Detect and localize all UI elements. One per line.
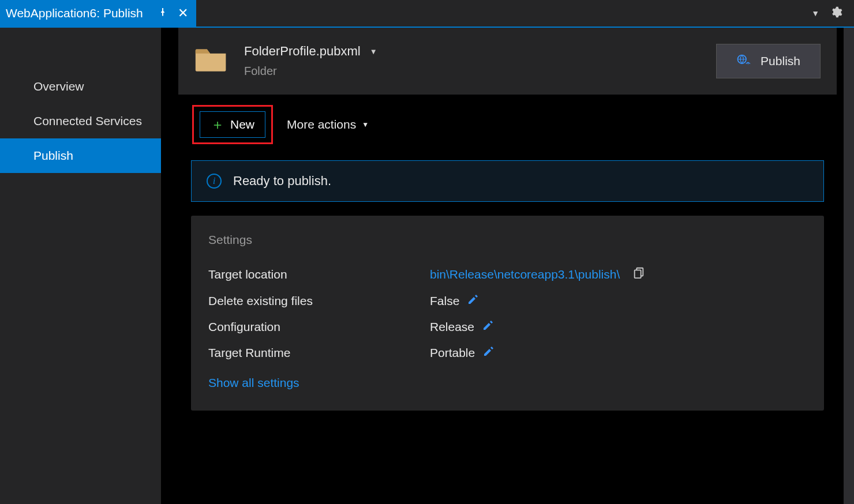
profile-block: FolderProfile.pubxml ▼ Folder — [244, 44, 700, 78]
setting-value: False — [430, 294, 479, 308]
sidebar: Overview Connected Services Publish — [0, 28, 161, 504]
new-button-label: New — [230, 118, 254, 131]
window-dropdown-icon[interactable]: ▼ — [811, 9, 819, 18]
publish-button[interactable]: Publish — [716, 44, 821, 78]
profile-dropdown[interactable]: FolderProfile.pubxml ▼ — [244, 44, 700, 59]
more-actions-label: More actions — [287, 118, 356, 131]
action-bar: ＋ New More actions ▼ — [178, 95, 837, 155]
publish-button-label: Publish — [761, 54, 800, 68]
sidebar-item-label: Publish — [33, 149, 73, 162]
tab-title: WebApplication6: Publish — [6, 6, 143, 20]
chevron-down-icon: ▼ — [362, 121, 369, 129]
setting-target-runtime: Target Runtime Portable — [208, 340, 807, 366]
pencil-icon[interactable] — [482, 319, 494, 334]
setting-value: bin\Release\netcoreapp3.1\publish\ — [430, 266, 645, 282]
setting-label: Delete existing files — [208, 294, 430, 308]
setting-value: Portable — [430, 345, 495, 360]
tab-bar: WebApplication6: Publish ✕ ▼ — [0, 0, 854, 28]
setting-label: Target Runtime — [208, 346, 430, 360]
setting-delete-existing: Delete existing files False — [208, 288, 807, 314]
setting-label: Configuration — [208, 320, 430, 334]
folder-icon — [194, 44, 228, 75]
active-tab[interactable]: WebApplication6: Publish ✕ — [0, 0, 196, 27]
main-content: FolderProfile.pubxml ▼ Folder Publish — [178, 28, 844, 504]
tab-bar-right: ▼ — [811, 0, 854, 27]
copy-icon[interactable] — [628, 266, 645, 282]
more-actions-dropdown[interactable]: More actions ▼ — [287, 118, 369, 131]
pencil-icon[interactable] — [467, 294, 479, 308]
profile-header: FolderProfile.pubxml ▼ Folder Publish — [178, 28, 837, 95]
svg-rect-2 — [635, 270, 641, 278]
sidebar-item-publish[interactable]: Publish — [0, 138, 161, 173]
sidebar-item-overview[interactable]: Overview — [0, 69, 161, 104]
pin-icon[interactable] — [158, 7, 167, 20]
setting-configuration: Configuration Release — [208, 314, 807, 340]
settings-title: Settings — [208, 233, 807, 247]
setting-value: Release — [430, 319, 494, 334]
profile-type: Folder — [244, 65, 700, 78]
new-button[interactable]: ＋ New — [200, 111, 265, 138]
target-location-link[interactable]: bin\Release\netcoreapp3.1\publish\ — [430, 268, 620, 281]
info-icon: i — [207, 174, 222, 189]
setting-label: Target location — [208, 268, 430, 281]
gear-icon[interactable] — [830, 6, 842, 21]
setting-target-location: Target location bin\Release\netcoreapp3.… — [208, 261, 807, 288]
sidebar-item-label: Overview — [33, 80, 84, 93]
show-all-settings-link[interactable]: Show all settings — [208, 376, 299, 390]
close-icon[interactable]: ✕ — [178, 7, 188, 20]
chevron-down-icon: ▼ — [370, 47, 377, 56]
highlight-box: ＋ New — [192, 105, 273, 144]
gap-column — [161, 28, 178, 504]
plus-icon: ＋ — [211, 118, 224, 131]
settings-panel: Settings Target location bin\Release\net… — [191, 216, 824, 411]
sidebar-item-connected-services[interactable]: Connected Services — [0, 104, 161, 138]
profile-name: FolderProfile.pubxml — [244, 44, 361, 59]
status-banner: i Ready to publish. — [191, 160, 824, 202]
pencil-icon[interactable] — [483, 345, 495, 360]
sidebar-item-label: Connected Services — [33, 114, 142, 127]
status-banner-text: Ready to publish. — [233, 174, 331, 189]
scrollbar[interactable] — [844, 28, 854, 504]
